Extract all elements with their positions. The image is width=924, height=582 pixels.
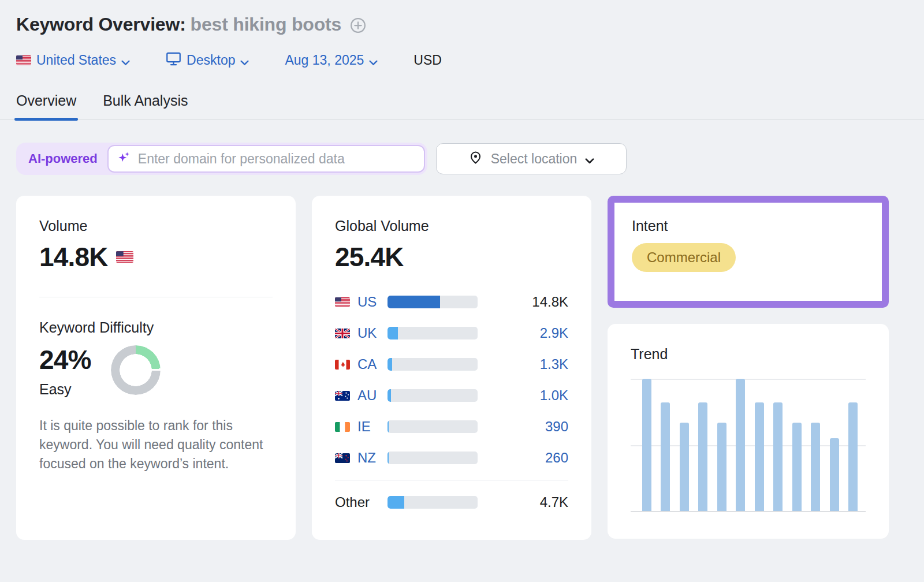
geo-row-au: AU1.0K [335, 380, 568, 411]
right-column: Intent Commercial Trend [608, 196, 889, 540]
geo-country-label: IE [357, 419, 388, 435]
intent-label: Intent [632, 218, 865, 234]
trend-bar-1 [642, 379, 651, 511]
domain-input-wrapper[interactable] [107, 145, 425, 173]
metrics-grid: Volume 14.8K Keyword Difficulty 24% Easy… [16, 196, 908, 540]
geo-volume-value: 390 [545, 419, 568, 435]
geo-volume-value: 14.8K [532, 294, 568, 310]
geo-volume-value: 4.7K [540, 494, 568, 510]
desktop-icon [166, 51, 181, 69]
select-location-label: Select location [491, 151, 578, 167]
trend-bar-6 [736, 379, 745, 511]
kd-label: Keyword Difficulty [39, 319, 273, 336]
trend-card: Trend [608, 324, 889, 539]
geo-row-other: Other4.7K [335, 487, 568, 518]
geo-volume-bar [388, 327, 478, 339]
trend-bar-8 [773, 402, 783, 511]
kd-level-label: Easy [39, 381, 91, 398]
volume-value: 14.8K [39, 241, 108, 273]
ai-domain-input-group: AI-powered [16, 143, 427, 175]
currency-label: USD [413, 53, 442, 68]
geo-country-label: CA [357, 356, 388, 372]
intent-card-highlighted: Intent Commercial [608, 196, 889, 308]
trend-bar-10 [811, 423, 820, 511]
geo-volume-bar [388, 296, 478, 308]
geo-row-uk: UK2.9K [335, 318, 568, 349]
page-title-keyword: best hiking boots [191, 14, 342, 35]
trend-bars [642, 379, 858, 511]
country-filter[interactable]: United States [16, 52, 130, 69]
us-flag-icon [116, 251, 133, 263]
volume-value-row: 14.8K [39, 241, 273, 273]
trend-bar-4 [698, 402, 707, 511]
kd-description: It is quite possible to rank for this ke… [39, 416, 273, 473]
geo-country-label: US [357, 294, 388, 310]
trend-bar-7 [755, 402, 764, 511]
page-title-prefix: Keyword Overview: [16, 14, 186, 35]
geo-volume-bar [388, 358, 478, 371]
volume-label: Volume [39, 218, 273, 234]
geo-country-label: UK [357, 325, 388, 341]
chevron-down-icon [585, 152, 594, 167]
location-pin-icon [468, 150, 483, 168]
trend-bar-2 [661, 402, 670, 511]
geo-row-ie: IE390 [335, 411, 568, 442]
geo-volume-list: US14.8KUK2.9KCA1.3KAU1.0KIE390NZ260Other… [335, 286, 568, 518]
trend-bar-9 [792, 423, 802, 511]
page-header: Keyword Overview:best hiking boots [16, 14, 908, 35]
trend-bar-3 [680, 423, 689, 511]
global-volume-label: Global Volume [335, 218, 568, 234]
geo-country-label: Other [335, 494, 388, 510]
tab-overview[interactable]: Overview [16, 92, 76, 119]
tabs: Overview Bulk Analysis [0, 92, 924, 120]
global-volume-total: 25.4K [335, 241, 568, 273]
device-filter-label: Desktop [187, 53, 235, 68]
ai-powered-badge: AI-powered [18, 151, 107, 166]
geo-row-us: US14.8K [335, 286, 568, 318]
sparkle-icon [117, 150, 132, 167]
trend-bar-12 [848, 402, 858, 511]
chevron-down-icon [121, 54, 130, 69]
geo-volume-bar [388, 452, 478, 464]
gb-flag-icon [335, 329, 350, 338]
au-flag-icon [335, 391, 350, 401]
geo-volume-value: 1.3K [540, 356, 568, 372]
add-keyword-icon[interactable] [349, 17, 367, 34]
trend-label: Trend [631, 346, 866, 363]
kd-value-row: 24% Easy [39, 344, 273, 398]
tab-bulk-analysis[interactable]: Bulk Analysis [103, 92, 188, 119]
select-location-button[interactable]: Select location [436, 143, 627, 174]
geo-list-divider [335, 480, 568, 480]
keyword-overview-page: Keyword Overview:best hiking boots Unite… [0, 0, 924, 540]
us-flag-icon [16, 55, 31, 65]
geo-volume-value: 260 [545, 450, 568, 466]
domain-input[interactable] [138, 151, 416, 167]
date-filter-label: Aug 13, 2025 [285, 53, 364, 68]
geo-volume-bar [388, 496, 478, 509]
us-flag-icon [335, 297, 350, 307]
nz-flag-icon [335, 453, 350, 463]
ca-flag-icon [335, 360, 350, 370]
geo-volume-bar [388, 389, 478, 402]
ie-flag-icon [335, 422, 350, 432]
trend-bar-11 [830, 438, 839, 511]
filters-bar: United States Desktop Aug 13, 2025 USD [16, 51, 908, 69]
geo-row-ca: CA1.3K [335, 349, 568, 380]
country-filter-label: United States [36, 53, 116, 68]
chevron-down-icon [240, 54, 249, 69]
geo-country-label: NZ [357, 450, 388, 466]
chevron-down-icon [369, 54, 378, 69]
geo-country-label: AU [357, 387, 388, 404]
geo-volume-bar [388, 420, 478, 433]
page-title: Keyword Overview:best hiking boots [16, 14, 341, 35]
trend-bar-5 [717, 423, 726, 511]
volume-kd-card: Volume 14.8K Keyword Difficulty 24% Easy… [16, 196, 296, 540]
device-filter[interactable]: Desktop [166, 51, 249, 69]
date-filter[interactable]: Aug 13, 2025 [285, 52, 378, 69]
geo-volume-value: 1.0K [540, 387, 568, 404]
global-volume-card: Global Volume 25.4K US14.8KUK2.9KCA1.3KA… [312, 196, 591, 540]
geo-row-nz: NZ260 [335, 442, 568, 473]
kd-percent: 24% [39, 344, 91, 375]
personalization-bar: AI-powered Select location [16, 143, 908, 175]
trend-chart [631, 379, 866, 512]
